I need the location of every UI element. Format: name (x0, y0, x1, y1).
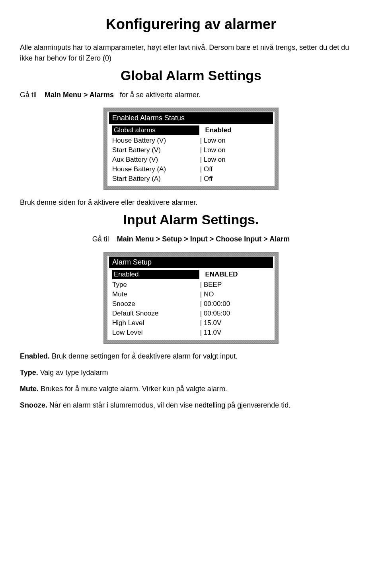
nav-instruction-2: Gå til Main Menu > Setup > Input > Choos… (20, 234, 362, 245)
nav-suffix: for å se aktiverte alarmer. (120, 91, 201, 99)
nav-prefix-2: Gå til (92, 235, 109, 243)
lcd-row: Type|BEEP (109, 280, 273, 290)
definition-line: Snooze. Når en alarm står i slumremodus,… (20, 400, 362, 411)
lcd-row-label: Type (112, 281, 198, 289)
definition-text: Når en alarm står i slumremodus, vil den… (47, 401, 290, 409)
definition-text: Bruk denne settingen for å deaktivere al… (50, 352, 238, 360)
divider-icon: | (198, 329, 204, 337)
lcd-row-label: House Battery (A) (112, 165, 198, 173)
divider-icon: | (198, 156, 204, 164)
lcd-row-value: Low on (204, 156, 270, 164)
nav-instruction-1: Gå til Main Menu > Alarms for å se aktiv… (20, 90, 362, 100)
lcd-row-label: Start Battery (A) (112, 175, 198, 183)
lcd-row-value: Off (204, 175, 270, 183)
divider-icon: | (198, 137, 204, 145)
lcd-row-label: House Battery (V) (112, 137, 198, 145)
definition-term: Enabled. (20, 352, 50, 360)
definition-term: Type. (20, 368, 38, 376)
lcd-row-label: Default Snooze (112, 310, 198, 318)
divider-icon: | (198, 165, 204, 173)
lcd-row-label: Mute (112, 290, 198, 298)
nav-path: Main Menu > Alarms (45, 91, 114, 99)
lcd-row: Default Snooze|00:05:00 (109, 309, 273, 318)
lcd-row: Low Level|11.0V (109, 328, 273, 337)
lcd-row: Start Battery (A)|Off (109, 174, 273, 184)
lcd-row: Start Battery (V)|Low on (109, 145, 273, 155)
lcd-row: Snooze|00:00:00 (109, 299, 273, 309)
lcd-row-label: Enabled (112, 270, 199, 279)
lcd-row: High Level|15.0V (109, 318, 273, 328)
definition-text: Valg av type lydalarm (38, 368, 108, 376)
definition-line: Type. Valg av type lydalarm (20, 367, 362, 378)
definition-line: Mute. Brukes for å mute valgte alarm. Vi… (20, 384, 362, 394)
section1-after: Bruk denne siden for å aktivere eller de… (20, 197, 362, 208)
lcd-title-bar-2: Alarm Setup (109, 257, 273, 268)
lcd-screenshot-2: Alarm Setup Enabled|ENABLEDType|BEEPMute… (104, 253, 278, 343)
lcd-row-value: Off (204, 165, 270, 173)
divider-icon: | (198, 290, 204, 298)
lcd-row-value: Enabled (205, 126, 270, 134)
lcd-row: Mute|NO (109, 290, 273, 299)
section-title-global: Global Alarm Settings (20, 68, 362, 83)
intro-paragraph: Alle alarminputs har to alarmparameter, … (20, 42, 362, 64)
lcd-row: Enabled|ENABLED (109, 269, 273, 280)
lcd-row-label: Start Battery (V) (112, 146, 198, 154)
lcd-row-label: Aux Battery (V) (112, 156, 198, 164)
lcd-row-label: Low Level (112, 329, 198, 337)
lcd-row-value: Low on (204, 137, 270, 145)
lcd-row-value: ENABLED (205, 270, 270, 278)
lcd-row-value: NO (204, 290, 270, 298)
lcd-row-value: 15.0V (204, 319, 270, 327)
divider-icon: | (198, 175, 204, 183)
divider-icon: | (198, 146, 204, 154)
definition-line: Enabled. Bruk denne settingen for å deak… (20, 351, 362, 362)
divider-icon: | (198, 310, 204, 318)
section-title-input: Input Alarm Settings. (20, 212, 362, 227)
lcd-screenshot-1: Enabled Alarms Status Global alarms|Enab… (104, 108, 278, 189)
lcd-row-value: 00:00:00 (204, 300, 270, 308)
lcd-row: House Battery (A)|Off (109, 165, 273, 174)
definition-text: Brukes for å mute valgte alarm. Virker k… (39, 385, 227, 393)
lcd-title-bar: Enabled Alarms Status (109, 112, 273, 124)
nav-prefix: Gå til (20, 91, 37, 99)
divider-icon: | (198, 300, 204, 308)
nav-path-2: Main Menu > Setup > Input > Choose Input… (117, 235, 290, 243)
lcd-row-label: High Level (112, 319, 198, 327)
lcd-row-value: BEEP (204, 281, 270, 289)
lcd-row-value: 00:05:00 (204, 310, 270, 318)
lcd-row: House Battery (V)|Low on (109, 136, 273, 145)
divider-icon: | (198, 281, 204, 289)
lcd-row: Aux Battery (V)|Low on (109, 155, 273, 165)
page-title: Konfigurering av alarmer (20, 16, 362, 33)
lcd-row: Global alarms|Enabled (109, 125, 273, 136)
lcd-row-value: Low on (204, 146, 270, 154)
divider-icon: | (198, 319, 204, 327)
lcd-row-value: 11.0V (204, 329, 270, 337)
lcd-row-label: Snooze (112, 300, 198, 308)
lcd-row-label: Global alarms (112, 125, 199, 135)
definition-term: Mute. (20, 385, 39, 393)
definition-term: Snooze. (20, 401, 47, 409)
